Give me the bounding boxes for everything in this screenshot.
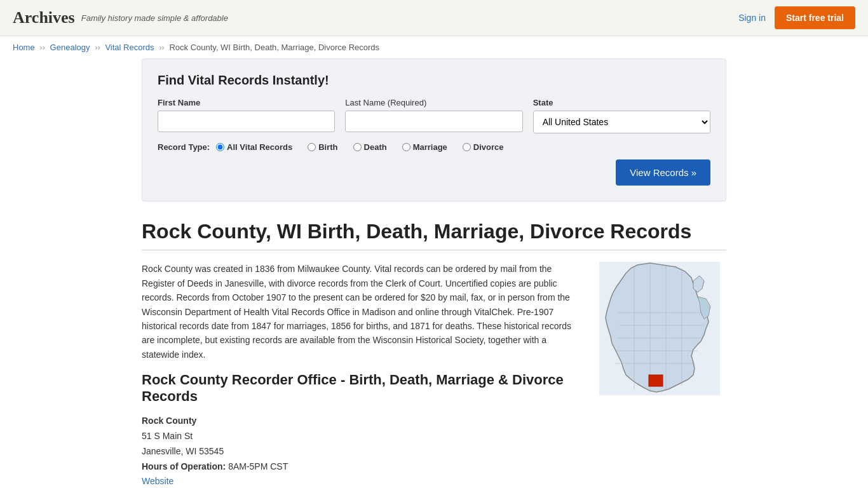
state-label: State [533,98,710,107]
header-right: Sign in Start free trial [738,6,855,29]
radio-birth-label: Birth [318,142,337,152]
breadcrumb-genealogy[interactable]: Genealogy [50,43,90,52]
first-name-input[interactable] [158,111,335,132]
radio-all-vital-label: All Vital Records [227,142,292,152]
radio-marriage[interactable]: Marriage [402,142,447,152]
street-address: 51 S Main St [142,429,584,444]
signin-link[interactable]: Sign in [738,13,766,23]
breadcrumb-sep-2: ›› [95,43,100,52]
hours-text: 8AM-5PM CST [228,461,288,471]
radio-divorce-input[interactable] [463,143,471,151]
view-records-button[interactable]: View Records » [616,159,710,186]
state-select[interactable]: All United States Alabama Alaska Wiscons… [533,111,710,133]
radio-all-vital-input[interactable] [216,143,224,151]
record-type-label: Record Type: [158,142,210,152]
radio-death-input[interactable] [353,143,362,151]
search-box: Find Vital Records Instantly! First Name… [142,58,726,201]
radio-birth-input[interactable] [308,143,316,151]
state-group: State All United States Alabama Alaska W… [533,98,710,133]
address-block: Rock County 51 S Main St Janesville, WI … [142,414,584,488]
radio-all-vital[interactable]: All Vital Records [216,142,292,152]
last-name-label: Last Name (Required) [345,98,522,107]
radio-divorce[interactable]: Divorce [463,142,504,152]
logo-tagline: Family history made simple & affordable [81,13,228,23]
county-name: Rock County [142,414,584,429]
title-divider [142,250,726,250]
page-body: Rock County was created in 1836 from Mil… [142,262,584,362]
radio-marriage-input[interactable] [402,143,410,151]
breadcrumb-vital-records[interactable]: Vital Records [105,43,154,52]
radio-marriage-label: Marriage [413,142,447,152]
search-fields: First Name Last Name (Required) State Al… [158,98,710,133]
last-name-input[interactable] [345,111,522,132]
sub-heading: Rock County Recorder Office - Birth, Dea… [142,372,584,405]
breadcrumb: Home ›› Genealogy ›› Vital Records ›› Ro… [0,36,868,58]
first-name-label: First Name [158,98,335,107]
search-heading: Find Vital Records Instantly! [158,73,710,88]
breadcrumb-sep-1: ›› [39,43,45,52]
content-area: Rock County was created in 1836 from Mil… [142,262,726,488]
radio-birth[interactable]: Birth [308,142,337,152]
logo: Archives [13,8,75,27]
radio-divorce-label: Divorce [473,142,504,152]
radio-group: All Vital Records Birth Death Marriage D… [216,142,510,152]
hours-label: Hours of Operation: [142,461,226,471]
main-content: Find Vital Records Instantly! First Name… [129,58,739,488]
wisconsin-map [599,262,720,395]
radio-death-label: Death [364,142,387,152]
breadcrumb-sep-3: ›› [159,43,165,52]
hours-row: Hours of Operation: 8AM-5PM CST [142,459,584,475]
breadcrumb-home[interactable]: Home [13,43,35,52]
record-type-row: Record Type: All Vital Records Birth Dea… [158,142,710,152]
trial-button[interactable]: Start free trial [775,6,855,29]
first-name-group: First Name [158,98,335,132]
header: Archives Family history made simple & af… [0,0,868,36]
svg-rect-10 [649,375,663,386]
page-title: Rock County, WI Birth, Death, Marriage, … [142,219,726,243]
radio-death[interactable]: Death [353,142,387,152]
city-state-zip: Janesville, WI 53545 [142,444,584,459]
website-link[interactable]: Website [142,476,173,486]
search-actions: View Records » [158,159,710,186]
breadcrumb-current: Rock County, WI Birth, Death, Marriage, … [169,43,379,52]
content-text: Rock County was created in 1836 from Mil… [142,262,584,488]
last-name-group: Last Name (Required) [345,98,522,132]
header-left: Archives Family history made simple & af… [13,8,228,27]
map-area [599,262,726,488]
